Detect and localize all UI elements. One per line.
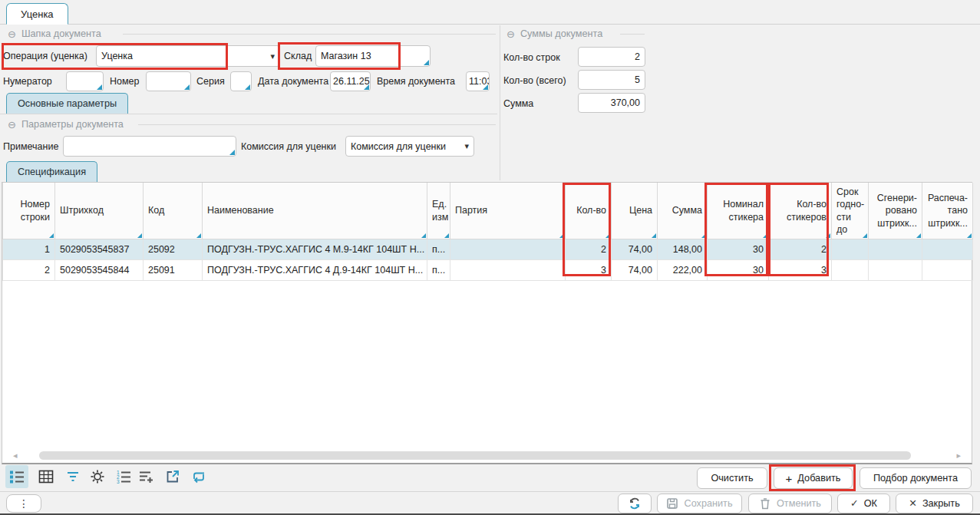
number-label: Номер <box>110 76 139 87</box>
cell[interactable]: 2 <box>3 260 55 281</box>
grid-view-button[interactable] <box>35 465 58 488</box>
refresh-button[interactable] <box>618 494 652 513</box>
series-input[interactable] <box>230 71 252 91</box>
settings-button[interactable] <box>86 465 109 488</box>
cell[interactable]: 74,00 <box>612 260 658 281</box>
cell[interactable]: 30 <box>708 239 769 260</box>
tab-specification[interactable]: Спецификация <box>6 161 97 182</box>
cell[interactable] <box>832 239 869 260</box>
repeat-button[interactable] <box>187 465 210 488</box>
cell[interactable]: п... <box>427 260 450 281</box>
cancel-button[interactable]: Отменить <box>748 494 832 513</box>
col-header-barcode-generated[interactable]: Сгенери-ровано штрихк... <box>869 183 922 239</box>
save-button-label: Сохранить <box>684 498 732 509</box>
col-header-sum[interactable]: Сумма <box>658 183 708 239</box>
close-button-label: Закрыть <box>922 498 960 509</box>
table-row[interactable]: 1 5029053545837 25092 ПОДГУЗН.-ТРУС.ХАГГ… <box>3 239 973 260</box>
number-input[interactable] <box>146 71 191 91</box>
doc-time-label: Время документа <box>377 76 455 87</box>
col-header-line-number[interactable]: Номер строки <box>3 183 55 239</box>
line-count-input[interactable]: 2 <box>578 47 645 67</box>
clear-button[interactable]: Очистить <box>697 467 767 489</box>
cell[interactable]: ПОДГУЗН.-ТРУС.ХАГГИС 4 М.9-14КГ 104ШТ Н.… <box>203 239 427 260</box>
doc-time-input[interactable]: 11:03 <box>466 71 490 91</box>
cell[interactable] <box>922 260 973 281</box>
scroll-left-icon[interactable]: ◂ <box>13 451 18 460</box>
cell[interactable]: 25092 <box>144 239 203 260</box>
col-header-barcode-printed[interactable]: Распеча-тано штрихк... <box>922 183 973 239</box>
document-pick-button[interactable]: Подбор документа <box>860 467 972 489</box>
more-options-button[interactable]: ⋮ <box>6 494 41 513</box>
sum-input[interactable]: 370,00 <box>578 93 645 113</box>
save-button[interactable]: Сохранить <box>657 494 742 513</box>
commission-select[interactable]: Комиссия для уценки ▾ <box>345 136 474 157</box>
cell[interactable] <box>922 239 973 260</box>
numerator-input[interactable] <box>66 71 104 91</box>
series-label: Серия <box>196 76 225 87</box>
collapse-icon[interactable]: ⊖ <box>506 29 515 39</box>
add-button[interactable]: + Добавить <box>774 467 853 489</box>
cell[interactable]: 25091 <box>144 260 203 281</box>
line-count-label: Кол-во строк <box>503 52 560 63</box>
collapse-icon[interactable]: ⊖ <box>8 120 16 130</box>
cell[interactable]: 3 <box>566 260 612 281</box>
doc-sums-title: Суммы документа <box>520 28 602 39</box>
note-input[interactable] <box>63 136 236 157</box>
filter-button[interactable] <box>61 465 84 488</box>
ok-button[interactable]: ✓ ОК <box>837 494 890 513</box>
cell[interactable]: 30 <box>708 260 769 281</box>
cell[interactable]: 1 <box>3 239 55 260</box>
col-header-name[interactable]: Наименование <box>203 183 427 239</box>
col-header-unit[interactable]: Ед. изм <box>427 183 450 239</box>
operation-combo[interactable]: Уценка ▾ <box>96 45 280 67</box>
cell[interactable]: 148,00 <box>658 239 708 260</box>
col-header-qty[interactable]: Кол-во <box>566 183 612 239</box>
sum-value: 370,00 <box>611 97 640 108</box>
cell[interactable]: 2 <box>769 239 832 260</box>
cell[interactable]: 5029053545844 <box>55 260 144 281</box>
cell[interactable]: 222,00 <box>658 260 708 281</box>
cell[interactable]: 74,00 <box>612 239 658 260</box>
note-label: Примечание <box>3 141 58 152</box>
cancel-button-label: Отменить <box>777 498 821 509</box>
cell[interactable] <box>832 260 869 281</box>
svg-text:3: 3 <box>117 479 120 484</box>
scrollbar-thumb[interactable] <box>39 451 911 460</box>
doc-date-input[interactable]: 26.11.25 <box>330 71 371 91</box>
col-header-price[interactable]: Цена <box>612 183 658 239</box>
cell[interactable] <box>450 239 566 260</box>
warehouse-input[interactable]: Магазин 13 <box>315 45 431 67</box>
chevron-down-icon[interactable]: ▾ <box>464 142 469 150</box>
tab-ucenka[interactable]: Уценка <box>6 3 68 25</box>
operation-value: Уценка <box>101 51 133 61</box>
col-header-code[interactable]: Код <box>144 183 203 239</box>
warehouse-value: Магазин 13 <box>321 51 371 61</box>
cell[interactable]: ПОДГУЗН.-ТРУС.ХАГГИС 4 Д.9-14КГ 104ШТ Н.… <box>203 260 427 281</box>
open-external-button[interactable] <box>161 465 184 488</box>
close-button[interactable]: ✕ Закрыть <box>896 494 973 513</box>
cell[interactable]: 3 <box>769 260 832 281</box>
markdown-document-window: Уценка ⊖ Шапка документа Операция (уценк… <box>0 0 980 515</box>
col-header-expiry[interactable]: Срок годно-сти до <box>832 183 869 239</box>
horizontal-scrollbar[interactable]: ◂ ▸ <box>5 451 968 461</box>
cell[interactable] <box>869 239 922 260</box>
col-header-barcode[interactable]: Штрихкод <box>55 183 144 239</box>
refresh-icon <box>628 497 642 510</box>
col-header-sticker-nominal[interactable]: Номинал стикера <box>708 183 769 239</box>
collapse-icon[interactable]: ⊖ <box>8 29 16 39</box>
chevron-down-icon[interactable]: ▾ <box>270 52 275 61</box>
tab-main-params[interactable]: Основные параметры <box>6 93 128 114</box>
list-view-button[interactable] <box>5 465 28 488</box>
cell[interactable] <box>450 260 566 281</box>
col-header-batch[interactable]: Партия <box>450 183 566 239</box>
table-row[interactable]: 2 5029053545844 25091 ПОДГУЗН.-ТРУС.ХАГГ… <box>3 260 973 281</box>
numbered-list-button[interactable]: 1 2 3 <box>112 465 135 488</box>
cell[interactable]: 5029053545837 <box>55 239 144 260</box>
cell[interactable]: 2 <box>566 239 612 260</box>
cell[interactable]: п... <box>427 239 450 260</box>
cell[interactable] <box>869 260 922 281</box>
scroll-right-icon[interactable]: ▸ <box>956 451 961 460</box>
col-header-sticker-count[interactable]: Кол-во стикеров <box>769 183 832 239</box>
add-row-list-button[interactable] <box>135 465 158 488</box>
qty-total-input[interactable]: 5 <box>578 70 645 90</box>
